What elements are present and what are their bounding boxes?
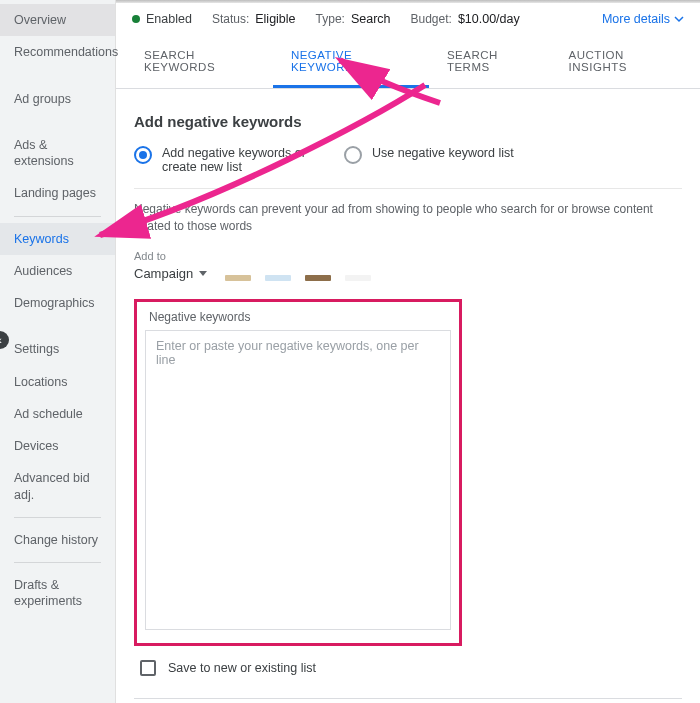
campaign-swatches <box>225 275 371 281</box>
sidebar-item-keywords[interactable]: Keywords <box>0 223 115 255</box>
radio-unchecked-icon <box>344 146 362 164</box>
main-content: Enabled Status: Eligible Type: Search Bu… <box>116 0 700 703</box>
tab-search-terms[interactable]: SEARCH TERMS <box>429 35 551 88</box>
sidebar-item-ad-schedule[interactable]: Ad schedule <box>0 398 115 430</box>
chevron-left-icon: ‹ <box>0 334 2 346</box>
sidebar-item-demographics[interactable]: Demographics <box>0 287 115 319</box>
dot-enabled-icon <box>132 15 140 23</box>
status-enabled[interactable]: Enabled <box>132 12 192 26</box>
left-sidebar: Overview Recommendations Ad groups Ads &… <box>0 0 116 703</box>
sidebar-item-devices[interactable]: Devices <box>0 430 115 462</box>
radio-add-keywords[interactable]: Add negative keywords or create new list <box>134 146 314 174</box>
sidebar-item-landing-pages[interactable]: Landing pages <box>0 177 115 209</box>
swatch-icon <box>225 275 251 281</box>
save-to-list-label: Save to new or existing list <box>168 661 316 675</box>
sidebar-item-audiences[interactable]: Audiences <box>0 255 115 287</box>
sidebar-item-settings[interactable]: Settings <box>0 333 115 365</box>
campaign-status-bar: Enabled Status: Eligible Type: Search Bu… <box>116 3 700 35</box>
budget-value: $10.00/day <box>458 12 520 26</box>
chevron-down-icon <box>674 14 684 24</box>
type-label: Type: <box>316 12 345 26</box>
sidebar-item-advanced-bid-adj[interactable]: Advanced bid adj. <box>0 462 115 511</box>
caret-down-icon <box>199 271 207 276</box>
radio-checked-icon <box>134 146 152 164</box>
sidebar-item-ads-extensions[interactable]: Ads & extensions <box>0 129 115 178</box>
section-title: Add negative keywords <box>134 113 682 130</box>
budget-label: Budget: <box>411 12 452 26</box>
keyword-tabs: SEARCH KEYWORDS NEGATIVE KEYWORDS SEARCH… <box>116 35 700 89</box>
addto-label: Add to <box>134 250 207 262</box>
sidebar-item-drafts-experiments[interactable]: Drafts & experiments <box>0 569 115 618</box>
addto-select[interactable]: Campaign <box>134 266 207 281</box>
type-value: Search <box>351 12 391 26</box>
radio-use-label: Use negative keyword list <box>372 146 514 160</box>
addto-value: Campaign <box>134 266 193 281</box>
divider <box>134 188 682 189</box>
sidebar-item-ad-groups[interactable]: Ad groups <box>0 83 115 115</box>
more-details-toggle[interactable]: More details <box>602 12 684 26</box>
swatch-icon <box>305 275 331 281</box>
sidebar-item-change-history[interactable]: Change history <box>0 524 115 556</box>
tab-negative-keywords[interactable]: NEGATIVE KEYWORDS <box>273 35 429 88</box>
more-details-label: More details <box>602 12 670 26</box>
status-label: Status: <box>212 12 249 26</box>
tab-search-keywords[interactable]: SEARCH KEYWORDS <box>126 35 273 88</box>
negative-keywords-card: Negative keywords <box>134 299 462 646</box>
radio-add-label: Add negative keywords or create new list <box>162 146 314 174</box>
negative-keywords-textarea[interactable] <box>145 330 451 630</box>
swatch-icon <box>265 275 291 281</box>
negative-keywords-title: Negative keywords <box>149 310 451 324</box>
sidebar-item-overview[interactable]: Overview <box>0 4 115 36</box>
divider <box>134 698 682 699</box>
radio-use-list[interactable]: Use negative keyword list <box>344 146 514 164</box>
swatch-icon <box>345 275 371 281</box>
tab-auction-insights[interactable]: AUCTION INSIGHTS <box>551 35 690 88</box>
save-to-list-checkbox[interactable] <box>140 660 156 676</box>
sidebar-divider <box>14 216 101 217</box>
helper-text: Negative keywords can prevent your ad fr… <box>134 201 682 235</box>
sidebar-item-recommendations[interactable]: Recommendations <box>0 36 115 68</box>
negative-keywords-mode: Add negative keywords or create new list… <box>134 146 682 174</box>
sidebar-item-locations[interactable]: Locations <box>0 366 115 398</box>
sidebar-divider <box>14 517 101 518</box>
status-enabled-label: Enabled <box>146 12 192 26</box>
sidebar-divider <box>14 562 101 563</box>
status-value: Eligible <box>255 12 295 26</box>
